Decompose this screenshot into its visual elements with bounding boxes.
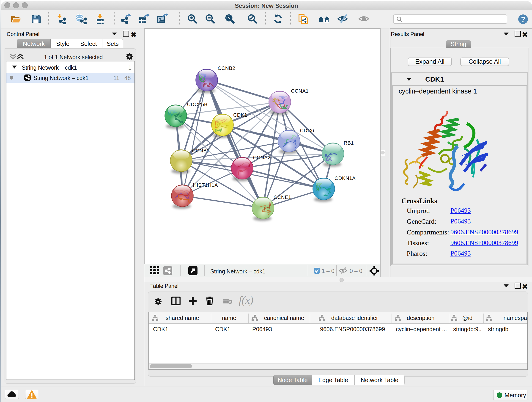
svg-text:CDK1: CDK1 <box>233 112 247 118</box>
svg-text:CCNB2: CCNB2 <box>218 65 235 71</box>
svg-text:CCNA2: CCNA2 <box>253 155 271 160</box>
svg-text:CCNA1: CCNA1 <box>291 88 309 94</box>
svg-text:RB1: RB1 <box>344 140 354 146</box>
svg-text:CDC6: CDC6 <box>300 128 314 133</box>
svg-text:CCNE1: CCNE1 <box>273 194 291 200</box>
svg-text:HIST1H1A: HIST1H1A <box>193 182 218 188</box>
svg-text:CCNB1: CCNB1 <box>192 148 210 153</box>
svg-text:CDC25B: CDC25B <box>187 102 208 107</box>
svg-text:CDKN1A: CDKN1A <box>335 175 355 181</box>
